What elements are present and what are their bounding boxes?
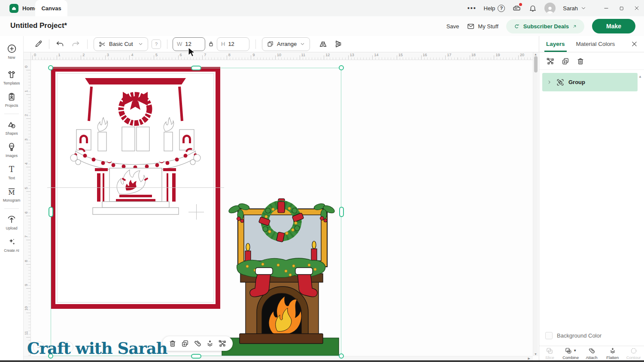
width-input[interactable] [185, 41, 202, 47]
ruler-tick-label: 5 [155, 53, 158, 57]
sidebar-divider [4, 208, 19, 209]
t-shirt-icon [6, 69, 17, 80]
group-icon [218, 339, 227, 348]
chevron-right-icon[interactable] [547, 79, 552, 85]
canvas-tab[interactable]: Canvas [35, 0, 67, 16]
combine-button[interactable]: ▼ Combine [560, 346, 581, 360]
sidebar-label: New [8, 55, 15, 60]
svg-text:M: M [8, 189, 15, 196]
selection-handle-middle-right[interactable] [339, 207, 344, 217]
height-field[interactable]: H [217, 37, 249, 51]
artwork-colored-fireplace[interactable] [222, 196, 341, 356]
attach-button[interactable]: Attach [581, 346, 602, 360]
operation-help-button[interactable]: ? [152, 39, 161, 49]
sidebar-item-create-ai[interactable]: Create AI [0, 234, 24, 256]
mirror-horizontal-button[interactable] [319, 39, 328, 48]
delete-selection-button[interactable] [167, 339, 178, 348]
subscriber-deals-button[interactable]: Subscriber Deals [506, 19, 584, 33]
upload-icon [6, 214, 17, 225]
trash-icon[interactable] [576, 57, 585, 66]
tab-layers[interactable]: Layers [546, 41, 565, 47]
sidebar-item-text[interactable]: T Text [0, 161, 24, 184]
canvas-horizontal-scrollbar[interactable]: ▶ [24, 356, 533, 360]
flatten-selection-button[interactable] [205, 339, 215, 348]
sidebar-item-projects[interactable]: Projects [0, 89, 24, 111]
scroll-right-arrow[interactable]: ▶ [528, 357, 530, 360]
my-stuff-button[interactable]: My Stuff [467, 22, 498, 30]
sidebar-item-new[interactable]: New [0, 40, 24, 63]
width-field[interactable]: W [173, 37, 205, 51]
flatten-button[interactable]: Flatten [602, 346, 623, 360]
selection-handle-bottom-right[interactable] [339, 353, 344, 359]
contour-button[interactable]: Contour [623, 346, 644, 360]
selection-handle-bottom-middle[interactable] [191, 354, 201, 359]
background-color-checkbox[interactable] [545, 332, 553, 339]
duplicate-selection-button[interactable] [180, 339, 190, 348]
selection-handle-top-middle[interactable] [191, 66, 201, 70]
ruler-tick-label: 3 [24, 136, 28, 141]
ruler-tick-label: 9 [252, 53, 255, 57]
zoom-out-button[interactable]: − [33, 341, 45, 353]
zoom-in-button[interactable]: + [62, 341, 73, 353]
account-menu[interactable]: Sarah [563, 5, 586, 12]
notification-badge [519, 3, 522, 6]
sidebar-label: Upload [6, 226, 18, 230]
duplicate-icon[interactable] [561, 57, 570, 66]
size-lock-button[interactable] [207, 40, 215, 48]
arrange-dropdown[interactable]: Arrange [262, 37, 310, 51]
design-canvas[interactable]: 01234567891011121314151617181920 0123456… [24, 52, 539, 360]
layer-row-group[interactable]: Group [542, 73, 638, 91]
ruler-tick-label: 7 [204, 53, 206, 57]
left-sidebar: New Templates Projects Shapes Images T T… [0, 36, 24, 360]
group-frame-icon [556, 78, 565, 87]
machine-status-button[interactable] [512, 4, 521, 13]
sidebar-item-templates[interactable]: Templates [0, 66, 24, 89]
sidebar-item-monogram[interactable]: M Monogram [0, 184, 24, 206]
attach-selection-button[interactable] [192, 339, 203, 348]
layers-panel-header: Layers Material Colors [539, 36, 644, 52]
ruler-tick-label: 7 [24, 233, 28, 238]
panel-close-icon[interactable] [631, 40, 638, 48]
sidebar-item-shapes[interactable]: Shapes [0, 117, 24, 139]
maximize-icon[interactable] [619, 6, 624, 11]
chevron-down-icon [580, 5, 586, 11]
save-button[interactable]: Save [447, 23, 459, 30]
ruler-tick-label: 10 [277, 53, 281, 57]
selection-handle-top-left[interactable] [48, 65, 53, 70]
sidebar-item-upload[interactable]: Upload [0, 211, 24, 234]
operation-type-dropdown[interactable]: Basic Cut [94, 37, 148, 51]
vertical-scroll-thumb[interactable] [534, 56, 538, 72]
close-icon[interactable] [634, 5, 640, 11]
sidebar-item-images[interactable]: Images [0, 139, 24, 161]
height-input[interactable] [228, 41, 245, 47]
selection-handle-middle-left[interactable] [49, 207, 53, 217]
window-bottom-edge [0, 360, 644, 362]
redo-button[interactable] [71, 39, 80, 48]
external-link-icon [572, 24, 577, 29]
slice-button[interactable]: Slice [539, 346, 560, 360]
minimize-icon[interactable] [603, 5, 609, 11]
group-selection-button[interactable] [217, 339, 228, 348]
trash-icon [168, 339, 177, 348]
selection-handle-top-right[interactable] [339, 65, 344, 70]
undo-button[interactable] [55, 39, 64, 48]
canvas-vertical-scrollbar[interactable]: ▲ ▼ [533, 52, 538, 356]
help-button[interactable]: Help ? [484, 5, 505, 12]
more-options-button[interactable]: ••• [468, 5, 477, 12]
selection-handle-bottom-left[interactable] [48, 353, 53, 359]
make-button[interactable]: Make [592, 19, 635, 33]
artwork-papercut-fireplace-card[interactable] [51, 67, 220, 309]
scroll-up-arrow[interactable]: ▲ [534, 53, 537, 56]
lock-icon [207, 40, 215, 48]
user-avatar[interactable] [544, 3, 556, 14]
envelope-icon [467, 22, 475, 30]
mirror-vertical-button[interactable] [334, 39, 343, 48]
group-icon[interactable] [546, 57, 555, 66]
sparkles-icon [6, 237, 17, 247]
edit-pencil-button[interactable] [34, 39, 43, 48]
scroll-down-arrow[interactable]: ▼ [534, 353, 537, 356]
notifications-button[interactable] [529, 4, 537, 12]
tab-material-colors[interactable]: Material Colors [576, 41, 615, 47]
layers-panel: Layers Material Colors Group ▲ [539, 36, 644, 360]
layers-scroll-arrow[interactable]: ▲ [638, 75, 642, 78]
